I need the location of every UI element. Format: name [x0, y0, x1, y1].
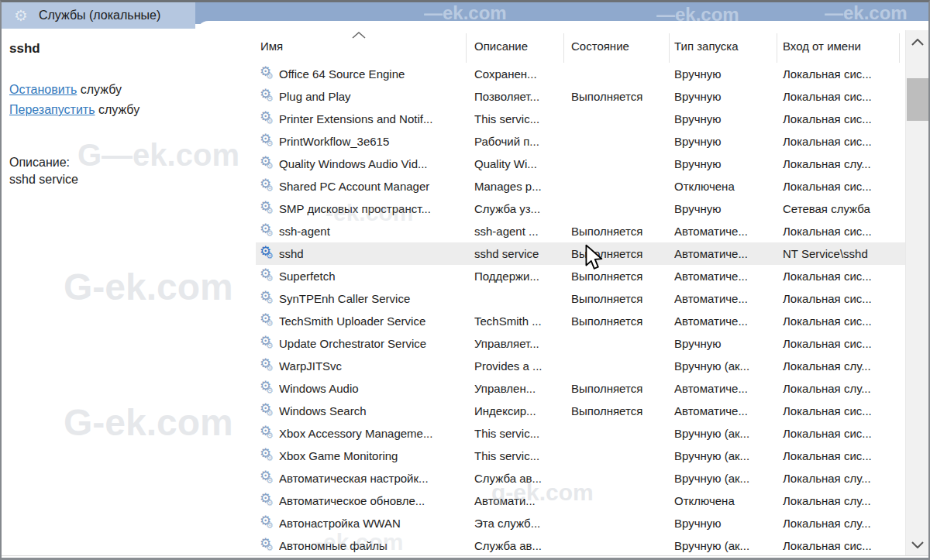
table-row[interactable]: ⚙⚙ Office 64 Source Engine Сохранен... В…: [256, 63, 905, 85]
service-logon-as: Сетевая служба: [783, 202, 905, 215]
service-name: WarpJITSvc: [279, 359, 474, 373]
table-row[interactable]: ⚙⚙ Автонастройка WWAN Эта служб... Вручн…: [256, 512, 905, 534]
table-row[interactable]: ⚙⚙ Автономные файлы Служба ав... Вручную…: [256, 534, 905, 557]
description-label: Описание:: [9, 154, 78, 171]
service-logon-as: Локальная сис...: [783, 112, 905, 125]
table-row[interactable]: ⚙⚙ Windows Search Индексир... Выполняетс…: [256, 400, 905, 422]
service-startup-type: Автоматиче...: [674, 247, 783, 260]
service-description: Сохранен...: [474, 67, 571, 81]
table-row[interactable]: ⚙⚙ Quality Windows Audio Vid... Quality …: [256, 153, 905, 175]
column-separator: [466, 33, 467, 63]
service-logon-as: Локальная сис...: [783, 180, 905, 193]
service-gear-icon: ⚙⚙: [256, 355, 279, 377]
service-name: PrintWorkflow_3e615: [279, 135, 474, 148]
service-name: Office 64 Source Engine: [279, 67, 474, 81]
service-startup-type: Автоматиче...: [674, 270, 783, 283]
service-gear-icon: ⚙⚙: [256, 63, 279, 85]
service-logon-as: Локальная сис...: [783, 270, 905, 283]
service-startup-type: Вручную (ак...: [674, 427, 783, 440]
service-gear-icon: ⚙⚙: [256, 198, 279, 220]
service-startup-type: Вручную: [674, 90, 783, 103]
service-name: Windows Audio: [279, 382, 474, 395]
service-description: Поддержи...: [474, 270, 571, 283]
table-row[interactable]: ⚙⚙ Shared PC Account Manager Manages p..…: [256, 175, 905, 198]
column-header-status[interactable]: Состояние: [571, 40, 629, 53]
service-gear-icon: ⚙⚙: [256, 534, 279, 557]
service-startup-type: Вручную (ак...: [674, 472, 783, 485]
table-row[interactable]: ⚙⚙ TechSmith Uploader Service TechSmith …: [256, 310, 905, 332]
column-header-logon-as[interactable]: Вход от имени: [783, 40, 861, 53]
service-name: Printer Extensions and Notif...: [279, 112, 474, 125]
service-startup-type: Автоматиче...: [674, 292, 783, 305]
stop-service-line: Остановить службу: [9, 80, 140, 100]
service-startup-type: Автоматиче...: [674, 404, 783, 417]
service-startup-type: Вручную: [674, 202, 783, 215]
table-row[interactable]: ⚙⚙ Superfetch Поддержи... Выполняется Ав…: [256, 265, 905, 287]
window-titlebar: ⚙ Службы (локальные): [2, 2, 195, 29]
service-gear-icon: ⚙⚙: [256, 400, 279, 422]
table-row[interactable]: ⚙⚙ Автоматическая настройк... Служба ав.…: [256, 467, 905, 490]
table-row[interactable]: ⚙⚙ WarpJITSvc Provides a ... Вручную (ак…: [256, 355, 905, 377]
restart-service-line: Перезапустить службу: [9, 100, 140, 120]
service-gear-icon: ⚙⚙: [256, 220, 279, 242]
table-row[interactable]: ⚙⚙ SynTPEnh Caller Service Выполняется А…: [256, 287, 905, 310]
service-gear-icon: ⚙⚙: [256, 422, 279, 445]
service-gear-icon: ⚙⚙: [256, 467, 279, 490]
table-row[interactable]: ⚙⚙ Xbox Accessory Manageme... This servi…: [256, 422, 905, 445]
service-description: Служба ав...: [474, 539, 571, 552]
scroll-down-icon[interactable]: [906, 538, 929, 551]
service-description: Индексир...: [474, 404, 571, 417]
table-row[interactable]: ⚙⚙ Plug and Play Позволяет... Выполняетс…: [256, 85, 905, 108]
service-description: Управлен...: [474, 382, 571, 395]
service-gear-icon: ⚙⚙: [256, 242, 279, 265]
column-header-description[interactable]: Описание: [474, 40, 528, 53]
service-logon-as: Локальная слу...: [783, 382, 905, 395]
table-row[interactable]: ⚙⚙ Xbox Game Monitoring This servic... В…: [256, 445, 905, 467]
service-description: sshd service: [474, 247, 571, 260]
table-row[interactable]: ⚙⚙ Update Orchestrator Service Управляет…: [256, 332, 905, 355]
service-description: This servic...: [474, 427, 571, 440]
service-name: Quality Windows Audio Vid...: [279, 157, 474, 170]
table-row[interactable]: ⚙⚙ Printer Extensions and Notif... This …: [256, 108, 905, 130]
stop-service-link[interactable]: Остановить: [9, 83, 77, 96]
column-separator: [563, 33, 564, 63]
service-status: Выполняется: [571, 270, 674, 283]
service-status: Выполняется: [571, 382, 674, 395]
services-rows: ⚙⚙ Office 64 Source Engine Сохранен... В…: [256, 63, 905, 557]
restart-service-link[interactable]: Перезапустить: [9, 103, 95, 116]
services-window: ⚙ Службы (локальные) sshd Остановить слу…: [0, 0, 930, 560]
description-value: sshd service: [9, 171, 78, 188]
window-title: Службы (локальные): [39, 9, 160, 22]
service-name: TechSmith Uploader Service: [279, 314, 474, 328]
service-description: TechSmith ...: [474, 314, 571, 328]
service-logon-as: Локальная слу...: [783, 517, 905, 530]
service-startup-type: Автоматиче...: [674, 382, 783, 395]
service-startup-type: Отключена: [674, 494, 783, 507]
column-header-startup-type[interactable]: Тип запуска: [674, 40, 739, 53]
service-description: This servic...: [474, 112, 571, 125]
column-header-name[interactable]: Имя: [260, 40, 283, 53]
service-gear-icon: ⚙⚙: [256, 512, 279, 534]
service-startup-type: Вручную: [674, 157, 783, 170]
table-row[interactable]: ⚙⚙ ssh-agent ssh-agent ... Выполняется А…: [256, 220, 905, 242]
service-status: Выполняется: [571, 404, 674, 417]
service-name: Автонастройка WWAN: [279, 517, 474, 530]
service-logon-as: Локальная сис...: [783, 337, 905, 350]
table-row[interactable]: ⚙⚙ sshd sshd service Выполняется Автомат…: [256, 242, 905, 265]
table-row[interactable]: ⚙⚙ SMP дисковых пространст... Служба уз.…: [256, 198, 905, 220]
vertical-scrollbar[interactable]: [905, 30, 929, 556]
scroll-up-icon[interactable]: [906, 35, 929, 49]
table-row[interactable]: ⚙⚙ Автоматическое обновле... Автомати...…: [256, 490, 905, 512]
service-status: Выполняется: [571, 225, 674, 238]
service-description: Служба ав...: [474, 472, 571, 485]
service-name: Xbox Game Monitoring: [279, 449, 474, 462]
service-name: Superfetch: [279, 270, 474, 283]
scrollbar-thumb[interactable]: [907, 78, 928, 121]
service-name: Автоматическая настройк...: [279, 472, 474, 485]
table-row[interactable]: ⚙⚙ PrintWorkflow_3e615 Рабочий п... Вруч…: [256, 130, 905, 153]
service-name: Windows Search: [279, 404, 474, 417]
service-status: Выполняется: [571, 90, 674, 103]
table-row[interactable]: ⚙⚙ Windows Audio Управлен... Выполняется…: [256, 377, 905, 400]
service-gear-icon: ⚙⚙: [256, 130, 279, 153]
stop-service-suffix: службу: [77, 83, 122, 96]
